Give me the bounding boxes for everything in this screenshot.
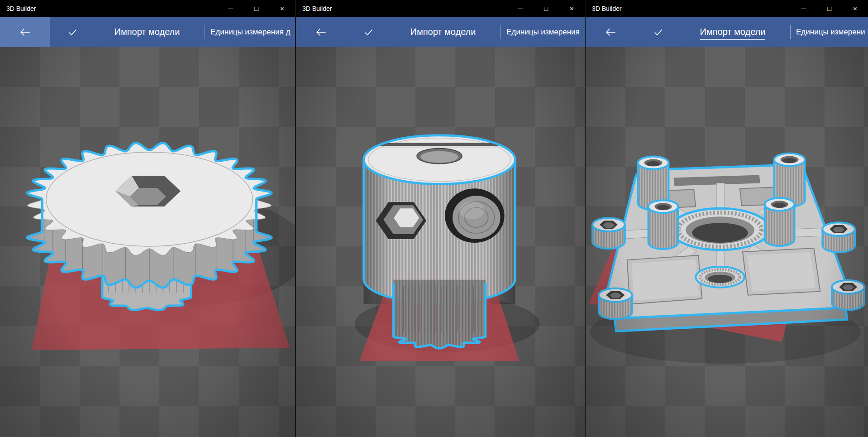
model-plate[interactable] xyxy=(592,154,864,331)
units-dropdown[interactable]: Единицы измерения д xyxy=(205,28,295,37)
minimize-button[interactable]: ─ xyxy=(507,0,533,17)
boss-cylinder-front-right xyxy=(765,198,795,246)
confirm-button[interactable] xyxy=(50,17,95,47)
center-ring-small xyxy=(696,267,744,288)
close-button[interactable]: × xyxy=(269,0,295,17)
check-icon xyxy=(65,25,80,39)
maximize-button[interactable]: □ xyxy=(533,0,559,17)
page-title: Импорт модели xyxy=(95,27,199,37)
app-title: 3D Builder xyxy=(0,5,218,12)
titlebar[interactable]: 3D Builder ─ □ × xyxy=(296,0,585,17)
viewport[interactable] xyxy=(0,47,295,437)
screen: 3D Builder ─ □ × Импорт модели Единицы и… xyxy=(0,0,868,437)
titlebar[interactable]: 3D Builder ─ □ × xyxy=(586,0,868,17)
round-pocket xyxy=(445,188,505,243)
back-button[interactable] xyxy=(0,17,50,47)
hex-boss-left-top xyxy=(592,218,625,249)
page-title: Импорт модели xyxy=(391,27,495,37)
boss-cylinder-front-left xyxy=(649,200,678,249)
close-button[interactable]: × xyxy=(559,0,585,17)
maximize-button[interactable]: □ xyxy=(243,0,269,17)
page-title: Импорт модели xyxy=(681,27,785,37)
viewport[interactable] xyxy=(296,47,585,437)
confirm-button[interactable] xyxy=(346,17,391,47)
minimize-button[interactable]: ─ xyxy=(791,0,816,17)
back-button[interactable] xyxy=(296,17,346,47)
hex-boss-right-bottom xyxy=(832,280,864,310)
window-3: 3D Builder ─ □ × Импорт модели Единицы и… xyxy=(585,0,868,437)
toolbar: Импорт модели Единицы измерения xyxy=(296,17,585,47)
close-button[interactable]: × xyxy=(842,0,868,17)
back-icon xyxy=(603,25,618,39)
center-ring-large xyxy=(670,208,769,250)
confirm-button[interactable] xyxy=(635,17,681,47)
minimize-button[interactable]: ─ xyxy=(218,0,243,17)
check-icon xyxy=(361,25,376,39)
scene-plate[interactable] xyxy=(586,47,868,437)
hex-boss-left-bottom xyxy=(599,288,632,319)
titlebar[interactable]: 3D Builder ─ □ × xyxy=(0,0,295,17)
hex-boss-right-top xyxy=(822,222,855,252)
window-1: 3D Builder ─ □ × Импорт модели Единицы и… xyxy=(0,0,295,437)
back-icon xyxy=(18,25,32,39)
check-icon xyxy=(651,25,665,39)
units-dropdown[interactable]: Единицы измерения xyxy=(501,28,585,37)
fluted-base xyxy=(393,280,485,349)
toolbar: Импорт модели Единицы измерени xyxy=(586,17,868,47)
scene-gear[interactable] xyxy=(0,47,295,437)
maximize-button[interactable]: □ xyxy=(816,0,842,17)
scene-cylinder[interactable] xyxy=(296,47,585,437)
viewport[interactable] xyxy=(586,47,868,437)
back-icon xyxy=(314,25,328,39)
units-dropdown[interactable]: Единицы измерени xyxy=(791,28,868,37)
top-recess xyxy=(417,149,462,164)
window-2: 3D Builder ─ □ × Импорт модели Единицы и… xyxy=(295,0,585,437)
back-button[interactable] xyxy=(586,17,635,47)
app-title: 3D Builder xyxy=(586,5,791,12)
toolbar: Импорт модели Единицы измерения д xyxy=(0,17,295,47)
app-title: 3D Builder xyxy=(296,5,507,12)
